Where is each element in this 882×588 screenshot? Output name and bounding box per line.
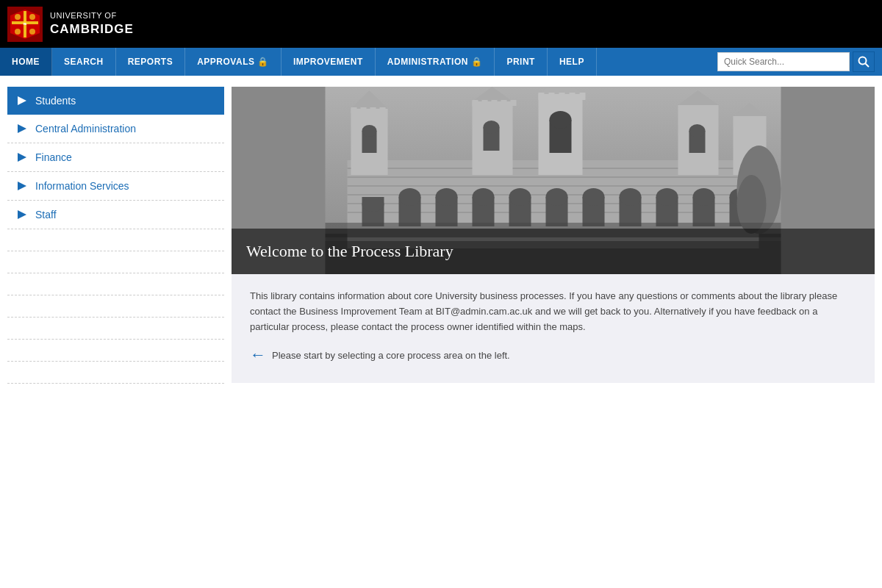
- content-area: Welcome to the Process Library This libr…: [232, 87, 875, 384]
- svg-point-55: [362, 125, 377, 137]
- svg-marker-12: [18, 96, 26, 105]
- svg-rect-70: [570, 93, 576, 100]
- sidebar-label-staff: Staff: [35, 209, 57, 220]
- cambridge-shield: ❧: [7, 7, 43, 42]
- svg-rect-61: [501, 100, 507, 106]
- svg-rect-59: [482, 100, 488, 106]
- search-input[interactable]: [717, 52, 850, 71]
- svg-text:❧: ❧: [23, 21, 27, 26]
- svg-rect-50: [351, 107, 357, 113]
- svg-rect-21: [348, 176, 759, 178]
- search-area: [717, 48, 882, 76]
- svg-marker-15: [18, 182, 26, 190]
- nav-improvement[interactable]: IMPROVEMENT: [282, 48, 376, 76]
- sidebar-item-info-services[interactable]: Information Services: [7, 172, 224, 201]
- svg-rect-69: [559, 93, 565, 100]
- svg-rect-52: [370, 107, 376, 113]
- logo-text: UNIVERSITY OF CAMBRIDGE: [50, 10, 134, 37]
- logo-area: ❧ UNIVERSITY OF CAMBRIDGE: [7, 7, 134, 42]
- svg-rect-67: [539, 93, 545, 100]
- hero-overlay: Welcome to the Process Library: [232, 229, 875, 274]
- sidebar: Students Central Administration Finance …: [7, 87, 224, 384]
- sidebar-divider-6: [7, 340, 224, 362]
- finance-arrow-icon: [15, 150, 29, 165]
- svg-point-43: [656, 188, 678, 206]
- svg-rect-62: [511, 100, 517, 106]
- info-box: This library contains information about …: [232, 274, 875, 383]
- nav-approvals[interactable]: APPROVALS🔒: [185, 48, 282, 76]
- sidebar-divider-1: [7, 229, 224, 251]
- svg-point-77: [689, 124, 706, 137]
- sidebar-label-central-admin: Central Administration: [35, 123, 136, 135]
- nav-search[interactable]: SEARCH: [52, 48, 116, 76]
- info-body-text: This library contains information about …: [250, 289, 856, 334]
- svg-point-29: [399, 188, 421, 206]
- svg-rect-51: [361, 107, 367, 113]
- search-icon: [858, 56, 870, 68]
- sidebar-item-central-admin[interactable]: Central Administration: [7, 115, 224, 143]
- hero-title: Welcome to the Process Library: [246, 242, 453, 260]
- sidebar-divider-2: [7, 251, 224, 273]
- header: ❧ UNIVERSITY OF CAMBRIDGE: [0, 0, 882, 48]
- svg-point-6: [29, 14, 35, 20]
- svg-point-64: [484, 121, 500, 134]
- sidebar-divider-5: [7, 318, 224, 340]
- svg-rect-58: [473, 100, 478, 106]
- nav-administration[interactable]: ADMINISTRATION🔒: [376, 48, 495, 76]
- svg-point-5: [15, 14, 21, 20]
- central-admin-arrow-icon: [15, 121, 29, 136]
- search-button[interactable]: [853, 51, 875, 72]
- start-prompt-text: Please start by selecting a core process…: [272, 350, 510, 361]
- start-prompt: ← Please start by selecting a core proce…: [250, 345, 856, 365]
- svg-point-31: [436, 188, 458, 206]
- svg-marker-13: [18, 124, 26, 133]
- svg-point-33: [473, 188, 495, 206]
- sidebar-item-finance[interactable]: Finance: [7, 143, 224, 172]
- svg-rect-60: [492, 100, 498, 106]
- svg-point-8: [29, 29, 35, 35]
- left-arrow-icon: ←: [250, 345, 266, 365]
- svg-marker-16: [18, 210, 26, 219]
- sidebar-item-students[interactable]: Students: [7, 87, 224, 115]
- nav-home[interactable]: HOME: [0, 48, 52, 76]
- admin-lock-icon: 🔒: [471, 57, 483, 67]
- svg-point-45: [693, 188, 715, 206]
- students-arrow-icon: [15, 93, 29, 108]
- main-layout: Students Central Administration Finance …: [0, 76, 882, 395]
- approvals-lock-icon: 🔒: [257, 57, 269, 67]
- svg-rect-71: [580, 93, 586, 100]
- svg-rect-68: [549, 93, 555, 100]
- svg-line-11: [866, 64, 870, 68]
- svg-point-7: [15, 29, 21, 35]
- svg-marker-14: [18, 153, 26, 162]
- sidebar-divider-3: [7, 273, 224, 295]
- svg-point-41: [620, 188, 642, 206]
- svg-point-37: [546, 188, 568, 206]
- svg-rect-53: [380, 107, 386, 113]
- svg-point-35: [509, 188, 531, 206]
- sidebar-label-students: Students: [35, 95, 76, 107]
- navbar: HOME SEARCH REPORTS APPROVALS🔒 IMPROVEME…: [0, 48, 882, 76]
- sidebar-label-finance: Finance: [35, 151, 72, 163]
- nav-help[interactable]: HELP: [548, 48, 597, 76]
- hero-image: Welcome to the Process Library: [232, 87, 875, 274]
- sidebar-label-info-services: Information Services: [35, 180, 129, 192]
- sidebar-divider-4: [7, 295, 224, 318]
- svg-point-10: [859, 57, 867, 65]
- staff-arrow-icon: [15, 207, 29, 222]
- nav-reports[interactable]: REPORTS: [116, 48, 186, 76]
- svg-rect-22: [348, 185, 759, 187]
- svg-point-39: [583, 188, 605, 206]
- svg-rect-27: [362, 197, 384, 212]
- sidebar-divider-7: [7, 362, 224, 384]
- svg-point-73: [550, 111, 572, 129]
- nav-print[interactable]: PRINT: [495, 48, 548, 76]
- sidebar-item-staff[interactable]: Staff: [7, 201, 224, 229]
- info-services-arrow-icon: [15, 179, 29, 193]
